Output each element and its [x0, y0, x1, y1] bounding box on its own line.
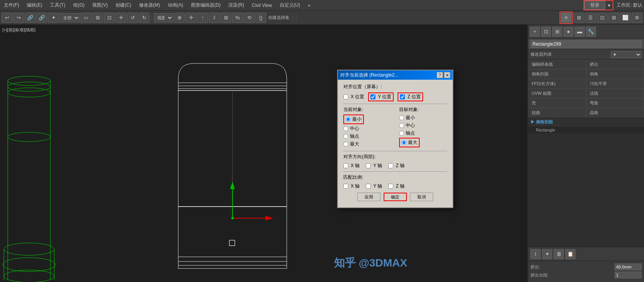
mod-cell-7[interactable]: 法线 [586, 89, 644, 98]
rotate-btn[interactable]: ↺ [127, 13, 138, 23]
modifier-list-dropdown[interactable]: ▼ [611, 51, 642, 58]
tb-right-3[interactable]: ☰ [585, 13, 596, 23]
current-min-label: 最小 [352, 116, 362, 123]
x-pos-checkbox[interactable] [343, 94, 348, 99]
menu-render[interactable]: 渲染(R) [224, 0, 248, 10]
menu-tools[interactable]: 工具(T) [46, 0, 69, 10]
dialog-apply-btn[interactable]: 应用 [357, 193, 381, 201]
rp-delete-btn[interactable]: 🗑 [554, 249, 564, 259]
select-btn[interactable]: ▭ [81, 13, 91, 23]
lasso-sel-btn[interactable]: ⊡ [104, 13, 115, 23]
scale-x-checkbox[interactable] [343, 184, 348, 189]
y-pos-label: Y 位置 [378, 94, 391, 100]
target-min-radio[interactable] [399, 115, 404, 120]
mod-cell-11[interactable]: 晶格 [586, 108, 644, 118]
dir-y-checkbox[interactable] [366, 163, 371, 168]
modifier-stack-sub-0[interactable]: Rectangle [528, 126, 644, 134]
menu-group[interactable]: 组(G) [69, 0, 88, 10]
dialog-help-btn[interactable]: ? [437, 72, 443, 78]
select-all-dropdown[interactable]: 全部 [60, 13, 80, 22]
param-extrude-value[interactable]: 40.0mm [615, 263, 642, 270]
scale-z-checkbox[interactable] [388, 184, 393, 189]
snap-btn[interactable]: ⊞ [220, 13, 231, 23]
rp-icon-circle[interactable]: ● [563, 27, 573, 37]
current-center-radio[interactable] [343, 126, 348, 131]
rp-icon-copy[interactable]: ⊞ [552, 27, 562, 37]
tools-btn2[interactable]: ⟲ [244, 13, 255, 23]
scale-y-checkbox[interactable] [366, 184, 371, 189]
menu-create[interactable]: 创建(C) [112, 0, 135, 10]
menu-graph-editor[interactable]: 图形编辑器(D) [187, 0, 225, 10]
tb-right-1[interactable]: ≡ [561, 13, 572, 23]
dir-z-checkbox[interactable] [388, 163, 393, 168]
menu-view[interactable]: 视图(V) [88, 0, 112, 10]
target-center-radio[interactable] [399, 123, 404, 128]
mod-cell-8[interactable]: 壳 [528, 98, 586, 108]
menu-bar: 文件(F) 编辑(E) 工具(T) 组(G) 视图(V) 创建(C) 修改器(M… [0, 0, 644, 11]
menu-more[interactable]: » [304, 1, 314, 10]
mod-cell-3[interactable]: 倒角 [586, 69, 644, 79]
modifier-stack-section-0[interactable]: ▶ 倒角剖面 [528, 118, 644, 126]
axis-lock-btn[interactable]: ⊕ [174, 13, 185, 23]
z-pos-checkbox[interactable] [400, 94, 405, 99]
mod-cell-4[interactable]: FFD(长方体) [528, 79, 586, 89]
rp-pin-btn[interactable]: I [530, 249, 541, 259]
mod-cell-1[interactable]: 挤出 [586, 60, 644, 69]
rp-icon-create[interactable]: ⊡ [541, 27, 551, 37]
menu-modifier[interactable]: 修改器(M) [135, 0, 164, 10]
rp-star-btn[interactable]: ✦ [542, 249, 552, 259]
scale-btn[interactable]: ↻ [139, 13, 150, 23]
dialog-confirm-btn[interactable]: 确定 [384, 193, 407, 201]
current-pivot-radio[interactable] [343, 134, 348, 139]
unlink-btn[interactable]: 🔗 [36, 13, 47, 23]
dialog-direction-axes: X 轴 Y 轴 Z 轴 [343, 162, 447, 169]
menu-file[interactable]: 文件(F) [0, 0, 23, 10]
menu-civil-view[interactable]: Civil View [248, 1, 276, 10]
target-pivot-radio[interactable] [399, 131, 404, 136]
menu-edit[interactable]: 编辑(E) [23, 0, 46, 10]
num-2-btn[interactable]: 2 [209, 13, 220, 23]
menu-customize[interactable]: 自定义(U) [276, 0, 304, 10]
tb-right-6[interactable]: ⬜ [620, 13, 631, 23]
rp-icon-rect[interactable]: ▬ [575, 27, 585, 37]
object-name-input[interactable]: Rectangle299 [530, 40, 642, 48]
current-min-radio[interactable] [346, 117, 351, 122]
mod-cell-9[interactable]: 弯曲 [586, 98, 644, 108]
tb-right-5[interactable]: ⊞ [608, 13, 619, 23]
redo-btn[interactable]: ↪ [13, 13, 24, 23]
mod-cell-10[interactable]: 扭曲 [528, 108, 586, 118]
mod-cell-6[interactable]: UVW 贴图 [528, 89, 586, 98]
bind-btn[interactable]: ✦ [48, 13, 59, 23]
transform-center-btn[interactable]: ✛ [186, 13, 196, 23]
tb-right-2[interactable]: ⊞ [573, 13, 584, 23]
percent-btn[interactable]: % [232, 13, 243, 23]
login-button[interactable]: 登录 [584, 1, 605, 10]
target-max-radio[interactable] [401, 140, 406, 145]
y-pos-checkbox[interactable] [370, 94, 375, 99]
mirror-btn[interactable]: ↑ [197, 13, 208, 23]
rp-icon-wrench[interactable]: 🔧 [586, 27, 596, 37]
dialog-cancel-btn[interactable]: 取消 [410, 193, 433, 201]
param-segments-value[interactable]: 1 [615, 272, 642, 279]
target-center-label: 中心 [406, 122, 415, 129]
current-max-radio[interactable] [343, 142, 348, 147]
mod-cell-0[interactable]: 编辑样条线 [528, 60, 586, 69]
rect-sel-btn[interactable]: ⊞ [92, 13, 103, 23]
bracket-btn[interactable]: {} [255, 13, 266, 23]
rp-copy-btn[interactable]: 📋 [565, 249, 575, 259]
modifier-stack[interactable]: ▶ 倒角剖面 Rectangle [528, 118, 644, 247]
move-btn[interactable]: ✛ [115, 13, 126, 23]
mod-cell-5[interactable]: 污轮平滑 [586, 79, 644, 89]
dir-x-checkbox[interactable] [343, 163, 348, 168]
link-btn[interactable]: 🔗 [25, 13, 36, 23]
tb-right-7[interactable]: ⚙ [632, 13, 642, 23]
dialog-titlebar[interactable]: 对齐当前选择 (Rectangle2... ? ✕ [338, 70, 453, 80]
svg-marker-24 [265, 216, 273, 220]
tb-right-4[interactable]: ⊡ [597, 13, 608, 23]
view-dropdown[interactable]: 视图 [154, 13, 173, 22]
dialog-close-btn[interactable]: ✕ [444, 72, 450, 78]
rp-icon-plus[interactable]: + [530, 27, 540, 37]
mod-cell-2[interactable]: 倒角剖面 [528, 69, 586, 79]
menu-animation[interactable]: 动画(A) [164, 0, 187, 10]
undo-btn[interactable]: ↩ [2, 13, 12, 23]
